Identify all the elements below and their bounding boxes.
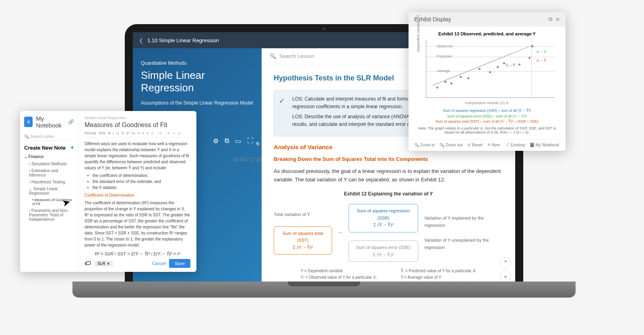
toolbar-underline[interactable]: U bbox=[116, 131, 119, 136]
notebook-tree: ⌄ Finance › Simulation Methods › Estimat… bbox=[24, 154, 74, 223]
breadcrumb: 1.10 Simple Linear Regression bbox=[147, 37, 450, 43]
toolbar-normal[interactable]: Normal bbox=[85, 131, 96, 136]
hero: Quantitative Methods Simple Linear Regre… bbox=[133, 48, 262, 118]
lesson-subtitle: Assumptions of the Simple Linear Regress… bbox=[141, 100, 254, 106]
exhibit-footer: 🔍 Zoom in 🔍 Zoom out ↺ Reset ✎ New 📄 Exi… bbox=[409, 139, 566, 150]
tag-icon[interactable]: 🏷 bbox=[85, 260, 91, 267]
chart-ylabel: Dependent variable (Y) bbox=[416, 14, 420, 52]
sst-box: Sum of squares total (SST) Σ (Yᵢ − Ȳ)² bbox=[274, 226, 332, 255]
toolbar-italic[interactable]: I bbox=[113, 131, 114, 136]
laptop-base bbox=[72, 282, 576, 298]
camera-dot bbox=[322, 27, 326, 31]
tree-item[interactable]: › Estimation and Inference bbox=[24, 167, 74, 179]
note-tag[interactable]: SLR ✕ bbox=[94, 261, 113, 267]
tree-item[interactable]: ⌄ Simple Linear Regression bbox=[24, 185, 74, 197]
category-label: Quantitative Methods bbox=[141, 60, 254, 66]
zoom-out-button[interactable]: 🔍 Zoom out bbox=[440, 143, 462, 147]
tag-remove-icon: ✕ bbox=[107, 261, 110, 266]
save-button[interactable]: Save bbox=[169, 259, 190, 268]
subsubsection-heading: Breaking Down the Sum of Squares Total i… bbox=[274, 155, 503, 164]
reset-button[interactable]: ↺ Reset bbox=[467, 143, 482, 147]
notebook-search[interactable]: 🔍 Search notes bbox=[24, 133, 74, 141]
notebook-header: ≡ My Notebook 🔗 bbox=[24, 115, 74, 129]
toolbar-super[interactable]: x² bbox=[126, 131, 130, 136]
create-note-label: Create New Note bbox=[24, 145, 66, 151]
zoom-in-button[interactable]: 🔍 Zoom in bbox=[414, 143, 435, 147]
total-var-label: Total variation of Y bbox=[274, 211, 332, 218]
new-button[interactable]: ✎ New bbox=[487, 143, 500, 147]
cancel-button[interactable]: Cancel bbox=[152, 261, 166, 266]
note-formula: R² = SSR / SST = Σ(Ŷᵢ − Ȳ)² / Σ(Yᵢ − Ȳ)²… bbox=[85, 251, 190, 257]
notebook-sidebar: ≡ My Notebook 🔗 🔍 Search notes Create Ne… bbox=[20, 111, 78, 272]
back-icon[interactable]: ❮ bbox=[139, 37, 143, 43]
note-heading: Measures of Goodness of Fit bbox=[85, 121, 190, 129]
exhibit-body: Exhibit 13 Observed, predicted, and aver… bbox=[409, 27, 566, 139]
variance-diagram: Total variation of Y Sum of squares tota… bbox=[274, 204, 503, 262]
toolbar-bold[interactable]: B bbox=[108, 131, 111, 136]
add-note-button[interactable]: + bbox=[70, 144, 74, 151]
ssr-box: Sum of squares regression (SSR) Σ (Ŷᵢ − … bbox=[349, 204, 419, 232]
note-footer: 🏷 SLR ✕ Cancel Save bbox=[85, 259, 190, 268]
note-body[interactable]: Different ways are used to evaluate how … bbox=[85, 141, 190, 257]
tree-item[interactable]: › Simulation Methods bbox=[24, 160, 74, 167]
lesson-title: Simple Linear Regression bbox=[141, 69, 254, 94]
hamburger-icon[interactable]: ≡ bbox=[24, 117, 33, 127]
exhibit-legend: Sum of squares regression (SSR) = sum of… bbox=[416, 108, 558, 125]
editor-toolbar: Normal Size B I U S x² x₂ ≡ ≡ ≡ ≡ ⋮≡ ⋮≡ … bbox=[85, 131, 190, 138]
check-icon: ✓ bbox=[279, 95, 285, 107]
unexplained-label: Variation of Y unexplained by the regres… bbox=[424, 237, 503, 251]
existing-button[interactable]: 📄 Existing bbox=[505, 143, 525, 147]
create-note-row: Create New Note + bbox=[24, 144, 74, 151]
arrow-icon: → bbox=[338, 229, 343, 236]
exhibit-header-title: Exhibit Display bbox=[414, 16, 545, 23]
toolbar-align[interactable]: ≡ bbox=[147, 131, 149, 136]
exhibit-panel: Exhibit Display ⧉ ✕ Exhibit 13 Observed,… bbox=[409, 12, 566, 151]
toolbar-strike[interactable]: S bbox=[122, 131, 124, 136]
tree-root[interactable]: ⌄ Finance bbox=[24, 154, 74, 159]
search-placeholder: Search Lesson bbox=[279, 53, 314, 59]
scroll-down-button[interactable]: ⌄ bbox=[500, 270, 511, 282]
toolbar-sub[interactable]: x₂ bbox=[132, 131, 135, 136]
search-icon: 🔍 bbox=[270, 53, 276, 59]
exhibit-chart: Dependent variable (Y) Observed Predicte… bbox=[426, 39, 554, 98]
scroll-up-button[interactable]: ⌃ bbox=[500, 257, 511, 268]
toolbar-list[interactable]: ⋮≡ bbox=[164, 131, 169, 136]
exhibit-note: Note: The graph relates to a particular … bbox=[416, 126, 558, 134]
notebook-title: My Notebook bbox=[36, 115, 65, 129]
note-crumb: Simple Linear Regression bbox=[85, 116, 190, 120]
close-icon[interactable]: ✕ bbox=[555, 16, 560, 23]
exhibit-12-title: Exhibit 12 Explaining the variation of Y bbox=[274, 190, 503, 198]
note-editor: Simple Linear Regression Measures of Goo… bbox=[78, 111, 196, 272]
scroll-arrows: ⌃ ⌄ bbox=[500, 257, 511, 282]
toolbar-formula[interactable]: 𝑓ₓ bbox=[178, 131, 181, 136]
tree-item[interactable]: › Parametric and Non-Parametric Tests of… bbox=[24, 207, 74, 223]
my-notebook-button[interactable]: 📓 My Notebook bbox=[530, 143, 559, 147]
exhibit-title: Exhibit 13 Observed, predicted, and aver… bbox=[416, 31, 558, 36]
exhibit-header: Exhibit Display ⧉ ✕ bbox=[409, 12, 566, 27]
link-icon[interactable]: 🔗 bbox=[68, 119, 74, 125]
toolbar-list[interactable]: ⋮≡ bbox=[156, 131, 161, 136]
notebook-panel: ≡ My Notebook 🔗 🔍 Search notes Create Ne… bbox=[20, 111, 196, 272]
diagram-legend: Y = Dependent variable Yᵢ = Observed val… bbox=[274, 268, 503, 281]
toolbar-align[interactable]: ≡ bbox=[142, 131, 144, 136]
window-icon[interactable]: ⧉ bbox=[549, 16, 552, 23]
sse-box: Sum of squares error (SSE) Σ (Yᵢ − Ŷᵢ)² bbox=[349, 240, 419, 262]
xi-line bbox=[531, 39, 532, 97]
explained-label: Variation of Y explained by the regressi… bbox=[424, 215, 503, 229]
toolbar-hr[interactable]: ― bbox=[172, 131, 175, 136]
tree-item[interactable]: › Hypothesis Testing bbox=[24, 179, 74, 185]
toolbar-size[interactable]: Size bbox=[99, 131, 106, 136]
chart-xlabel: Independent variable (X) Xᵢ bbox=[416, 101, 558, 105]
toolbar-align[interactable]: ≡ bbox=[138, 131, 140, 136]
tree-subitem-active[interactable]: • Measures of Goodness of Fit bbox=[24, 197, 74, 207]
paragraph-1: As discussed previously, the goal of a l… bbox=[274, 167, 503, 184]
toolbar-align[interactable]: ≡ bbox=[151, 131, 153, 136]
